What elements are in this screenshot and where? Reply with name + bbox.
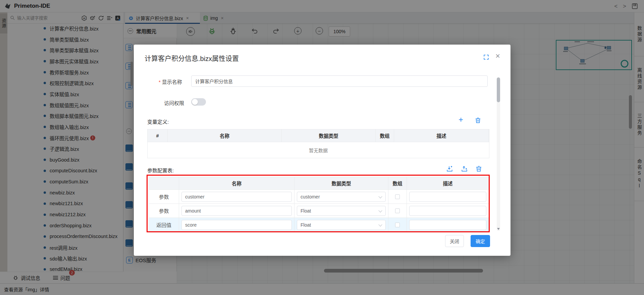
param-desc-input[interactable]: [409, 220, 486, 230]
add-variable-icon[interactable]: +: [459, 116, 463, 124]
chevron-down-icon: [378, 209, 382, 212]
param-name-input[interactable]: [181, 220, 292, 230]
params-section-label: 参数配置表:: [147, 167, 174, 174]
param-name-input[interactable]: [181, 192, 292, 202]
param-desc-input[interactable]: [409, 192, 486, 202]
array-checkbox[interactable]: [395, 223, 400, 227]
delete-params-icon[interactable]: [475, 165, 482, 172]
dialog-title: 计算客户积分信息.bizx属性设置: [145, 53, 239, 63]
app-window: Primeton-IDE < > 资源 AI: [0, 0, 644, 295]
fullscreen-icon[interactable]: [483, 54, 489, 60]
confirm-button[interactable]: 确定: [471, 235, 490, 247]
properties-dialog: 计算客户积分信息.bizx属性设置 × *显示名称 访问权限 变量定义: + #…: [134, 45, 511, 256]
params-table: 名称 数据类型 数组 描述 参数 customer 参数 Float 返回值: [149, 177, 489, 232]
param-row: 返回值 Float: [149, 218, 489, 232]
variables-table: # 名称 数据类型 数组 描述: [147, 129, 489, 142]
display-name-label: *显示名称: [159, 78, 182, 85]
scroll-down-arrow-icon[interactable]: [497, 228, 500, 230]
close-button[interactable]: 关闭: [445, 235, 464, 247]
param-type-select[interactable]: Float: [297, 206, 386, 216]
import-params-icon[interactable]: [446, 165, 453, 172]
dialog-scrollbar[interactable]: [497, 77, 500, 231]
display-name-input[interactable]: [191, 75, 488, 87]
chevron-down-icon: [378, 194, 382, 198]
access-permission-toggle[interactable]: [191, 98, 206, 106]
close-dialog-icon[interactable]: ×: [495, 52, 500, 60]
param-row: 参数 customer: [149, 190, 489, 204]
chevron-down-icon: [378, 223, 382, 226]
variables-section-label: 变量定义:: [147, 118, 169, 125]
array-checkbox[interactable]: [395, 194, 400, 199]
param-type-select[interactable]: customer: [297, 192, 386, 202]
param-desc-input[interactable]: [409, 206, 486, 216]
variables-empty-text: 暂无数据: [147, 142, 489, 158]
param-name-input[interactable]: [181, 206, 292, 216]
array-checkbox[interactable]: [395, 209, 400, 213]
param-type-select[interactable]: Float: [297, 220, 386, 230]
required-mark: *: [159, 79, 161, 85]
param-row: 参数 Float: [149, 204, 489, 218]
delete-variable-icon[interactable]: [475, 117, 481, 124]
export-params-icon[interactable]: [461, 165, 468, 172]
dialog-scrollbar-thumb[interactable]: [497, 77, 500, 102]
access-permission-label: 访问权限: [164, 99, 184, 106]
